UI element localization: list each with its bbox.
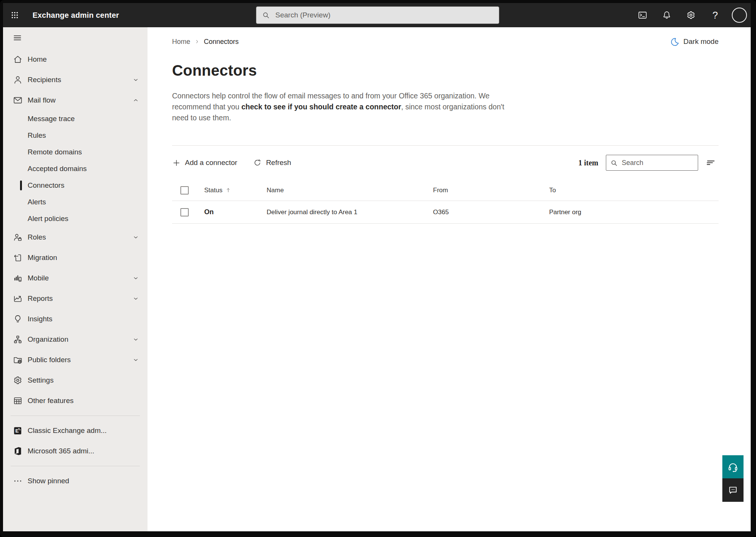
global-search-box[interactable] (256, 6, 499, 24)
floating-buttons (722, 455, 744, 502)
moon-icon (670, 37, 680, 47)
global-search-input[interactable] (275, 11, 494, 19)
sidebar-item-accepted-domains[interactable]: Accepted domains (3, 160, 147, 177)
command-line-button[interactable] (635, 8, 650, 23)
exchange-admin-center-app: Exchange admin center ? (3, 3, 751, 531)
main-content: Home Connectors Dark mode Connectors Con… (147, 27, 751, 531)
search-icon (262, 11, 270, 19)
sidebar-item-home[interactable]: Home (3, 49, 147, 70)
column-header-to[interactable]: To (549, 187, 719, 194)
sidebar-item-roles[interactable]: Roles (3, 227, 147, 247)
breadcrumb: Home Connectors (172, 38, 239, 46)
sidebar-item-organization[interactable]: Organization (3, 329, 147, 350)
account-button[interactable] (732, 8, 747, 23)
sidebar-item-public-folders[interactable]: Public folders (3, 350, 147, 370)
window-frame: Exchange admin center ? (0, 0, 756, 537)
search-icon (610, 159, 618, 167)
sidebar-item-label: Alerts (28, 198, 46, 206)
table-row[interactable]: On Deliver journal directly to Area 1 O3… (172, 201, 719, 224)
classic-exchange-logo-icon (13, 426, 23, 436)
nav-divider (11, 416, 140, 416)
help-button[interactable]: ? (708, 8, 723, 23)
column-header-from[interactable]: From (433, 187, 549, 194)
sidebar-item-settings[interactable]: Settings (3, 370, 147, 391)
chevron-down-icon (132, 275, 139, 282)
column-header-name[interactable]: Name (267, 187, 433, 194)
breadcrumb-home-link[interactable]: Home (172, 38, 190, 46)
sidebar-item-other-features[interactable]: Other features (3, 391, 147, 411)
refresh-button[interactable]: Refresh (253, 159, 291, 167)
toolbar-right: 1 item (578, 155, 716, 171)
sidebar-item-label: Microsoft 365 admi... (28, 447, 94, 455)
sidebar-item-label: Accepted domains (28, 165, 87, 173)
sidebar-item-label: Home (28, 55, 47, 64)
sidebar-item-recipients[interactable]: Recipients (3, 70, 147, 90)
dark-mode-label: Dark mode (683, 37, 719, 46)
refresh-icon (253, 159, 262, 167)
table-grid-icon (13, 396, 23, 406)
settings-button[interactable] (683, 8, 699, 23)
microsoft-365-logo-icon (13, 446, 23, 456)
row-checkbox[interactable] (180, 208, 189, 216)
sidebar-item-connectors[interactable]: Connectors (3, 177, 147, 194)
gear-icon (686, 10, 696, 20)
sidebar-item-insights[interactable]: Insights (3, 309, 147, 329)
sidebar-item-migration[interactable]: Migration (3, 247, 147, 268)
list-search-input[interactable] (622, 159, 694, 167)
sidebar-item-label: Recipients (28, 76, 61, 84)
folder-globe-icon (13, 355, 23, 365)
sidebar-item-label: Mobile (28, 274, 49, 282)
filter-button[interactable] (705, 157, 716, 168)
nav-divider (11, 466, 140, 466)
name-cell[interactable]: Deliver journal directly to Area 1 (267, 209, 433, 216)
nav-list: Home Recipients Mail flow Message trace (3, 49, 147, 491)
headset-icon (727, 461, 739, 473)
app-title: Exchange admin center (33, 11, 119, 20)
left-navigation: Home Recipients Mail flow Message trace (3, 27, 147, 531)
plus-icon (172, 159, 181, 167)
sidebar-item-mail-flow[interactable]: Mail flow (3, 90, 147, 111)
sidebar-item-alert-policies[interactable]: Alert policies (3, 210, 147, 227)
select-all-checkbox[interactable] (180, 186, 189, 195)
from-cell: O365 (433, 209, 549, 216)
sidebar-item-label: Message trace (28, 115, 75, 123)
support-button[interactable] (722, 455, 744, 478)
chevron-down-icon (132, 336, 139, 343)
sidebar-item-classic-exchange-admin[interactable]: Classic Exchange adm... (3, 420, 147, 441)
feedback-button[interactable] (722, 478, 744, 502)
feedback-bubble-icon (728, 485, 738, 495)
sidebar-item-label: Classic Exchange adm... (28, 426, 107, 435)
mail-icon (13, 95, 23, 105)
sidebar-item-remote-domains[interactable]: Remote domains (3, 144, 147, 160)
add-connector-button[interactable]: Add a connector (172, 159, 237, 167)
chevron-down-icon (132, 76, 139, 83)
app-launcher-button[interactable] (6, 6, 23, 24)
notifications-button[interactable] (659, 8, 674, 23)
to-cell: Partner org (549, 209, 719, 216)
column-label: Name (267, 187, 284, 194)
sidebar-item-rules[interactable]: Rules (3, 127, 147, 144)
sidebar-item-microsoft-365-admin[interactable]: Microsoft 365 admi... (3, 441, 147, 461)
list-search-box[interactable] (606, 155, 698, 171)
dark-mode-toggle[interactable]: Dark mode (670, 37, 719, 47)
item-count: 1 item (578, 159, 598, 167)
sidebar-item-message-trace[interactable]: Message trace (3, 111, 147, 127)
breadcrumb-current: Connectors (204, 38, 239, 46)
sidebar-item-reports[interactable]: Reports (3, 288, 147, 309)
migration-icon (13, 253, 23, 263)
sidebar-item-label: Remote domains (28, 148, 82, 156)
sidebar-item-alerts[interactable]: Alerts (3, 194, 147, 210)
collapse-nav-button[interactable] (9, 30, 26, 46)
sidebar-item-label: Organization (28, 335, 68, 344)
chevron-down-icon (132, 295, 139, 302)
sidebar-item-mobile[interactable]: Mobile (3, 268, 147, 288)
column-label: From (433, 187, 448, 194)
lightbulb-icon (13, 314, 23, 324)
column-label: To (549, 187, 556, 194)
chevron-up-icon (132, 97, 139, 104)
sidebar-item-show-pinned[interactable]: Show pinned (3, 471, 147, 491)
column-header-status[interactable]: Status (204, 187, 267, 194)
home-icon (13, 54, 23, 64)
breadcrumb-separator-icon (194, 39, 200, 45)
page-description: Connectors help control the flow of emai… (172, 90, 506, 123)
